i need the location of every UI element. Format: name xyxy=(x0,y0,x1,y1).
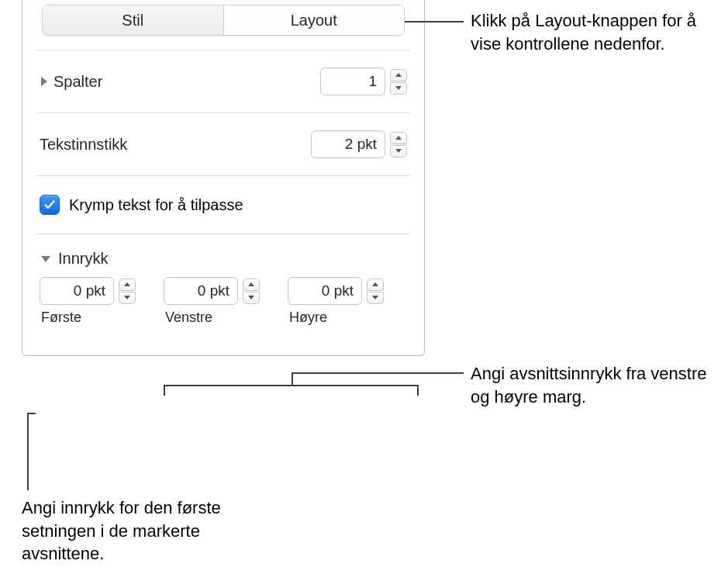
indent-right-step-up[interactable] xyxy=(367,278,384,291)
chevron-up-icon xyxy=(124,282,130,286)
chevron-right-icon xyxy=(41,77,47,86)
check-icon xyxy=(43,199,56,211)
text-inset-step-down[interactable] xyxy=(390,145,407,157)
indent-first-step-down[interactable] xyxy=(119,292,136,304)
indent-right-stepper xyxy=(367,277,384,305)
chevron-down-icon xyxy=(395,86,402,90)
columns-stepper xyxy=(390,67,407,95)
indent-right-step-down[interactable] xyxy=(367,292,384,304)
indent-left-stepper xyxy=(243,277,260,305)
text-inset-stepper xyxy=(390,130,407,158)
tab-stil[interactable]: Stil xyxy=(43,5,223,35)
columns-input: 1 xyxy=(320,67,407,95)
indent-right-field[interactable]: 0 pkt xyxy=(288,277,362,305)
indent-right-input: 0 pkt xyxy=(288,277,384,305)
shrink-text-row: Krymp tekst for å tilpasse xyxy=(38,176,409,233)
stil-layout-tabs: Stil Layout xyxy=(42,5,405,36)
callout-margins: Angi avsnittsinnrykk fra venstre og høyr… xyxy=(471,362,719,408)
chevron-down-icon xyxy=(124,296,130,299)
text-inset-field[interactable]: 2 pkt xyxy=(311,130,385,158)
chevron-up-icon xyxy=(395,136,402,140)
columns-step-up[interactable] xyxy=(390,69,407,81)
indents-header-label: Innrykk xyxy=(58,250,108,268)
columns-row: Spalter 1 xyxy=(38,50,409,112)
text-inset-label-wrap: Tekstinnstikk xyxy=(40,136,127,154)
indent-left-label: Venstre xyxy=(164,310,260,326)
lead-line xyxy=(27,413,36,414)
chevron-down-icon xyxy=(395,149,402,153)
text-inset-row: Tekstinnstikk 2 pkt xyxy=(38,113,409,175)
chevron-up-icon xyxy=(248,282,254,286)
indents-header[interactable]: Innrykk xyxy=(38,234,409,277)
indent-left-col: 0 pkt Venstre xyxy=(164,277,260,326)
tab-layout-label: Layout xyxy=(291,12,337,29)
layout-panel: Stil Layout Spalter 1 Tekstinnstikk 2 pk… xyxy=(22,0,425,356)
columns-field[interactable]: 1 xyxy=(320,67,385,95)
bracket xyxy=(164,385,419,396)
indent-first-step-up[interactable] xyxy=(119,278,136,291)
text-inset-label: Tekstinnstikk xyxy=(40,136,127,154)
indent-first-label: Første xyxy=(40,310,136,326)
callout-first-line: Angi innrykk for den første setningen i … xyxy=(22,496,270,566)
chevron-up-icon xyxy=(395,73,402,77)
shrink-text-label: Krymp tekst for å tilpasse xyxy=(69,196,243,214)
chevron-down-icon xyxy=(248,296,254,299)
lead-line xyxy=(292,372,293,386)
indents-group: 0 pkt Første 0 pkt Venstre 0 pkt xyxy=(38,277,409,332)
callout-layout-button: Klikk på Layout-knappen for å vise kontr… xyxy=(471,9,719,55)
lead-line xyxy=(27,413,29,490)
indent-left-step-down[interactable] xyxy=(243,292,260,304)
lead-line xyxy=(405,21,464,22)
indent-left-input: 0 pkt xyxy=(164,277,260,305)
columns-label: Spalter xyxy=(53,73,102,91)
text-inset-step-up[interactable] xyxy=(390,132,407,144)
text-inset-input: 2 pkt xyxy=(311,130,407,158)
tab-stil-label: Stil xyxy=(122,12,143,29)
indent-first-col: 0 pkt Første xyxy=(40,277,136,326)
indent-first-field[interactable]: 0 pkt xyxy=(40,277,114,305)
indent-left-field[interactable]: 0 pkt xyxy=(164,277,238,305)
indent-right-label: Høyre xyxy=(288,310,384,326)
tab-layout[interactable]: Layout xyxy=(223,5,405,35)
chevron-down-icon xyxy=(372,296,378,299)
shrink-text-checkbox[interactable] xyxy=(40,195,60,215)
indent-left-step-up[interactable] xyxy=(243,278,260,291)
columns-label-wrap[interactable]: Spalter xyxy=(40,73,102,91)
chevron-up-icon xyxy=(372,282,378,286)
columns-step-down[interactable] xyxy=(390,82,407,95)
indent-first-stepper xyxy=(119,277,136,305)
lead-line xyxy=(292,372,427,374)
indent-first-input: 0 pkt xyxy=(40,277,136,305)
chevron-down-icon xyxy=(41,256,50,262)
lead-line xyxy=(426,372,464,374)
indent-right-col: 0 pkt Høyre xyxy=(288,277,384,326)
